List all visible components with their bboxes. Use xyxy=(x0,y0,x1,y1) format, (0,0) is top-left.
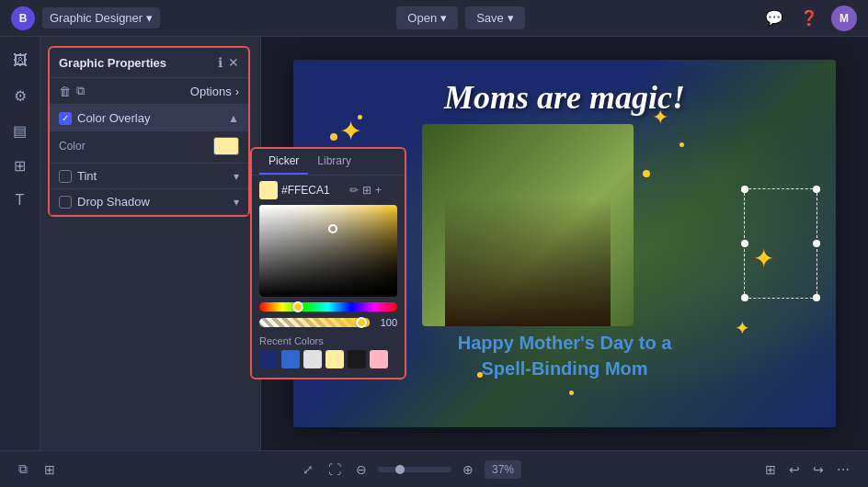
tab-library[interactable]: Library xyxy=(308,149,360,175)
fit-icon[interactable]: ⛶ xyxy=(325,459,345,481)
color-overlay-label: Color Overlay xyxy=(77,111,150,125)
zoom-value: 37% xyxy=(485,460,521,479)
tint-chevron: ▾ xyxy=(234,170,239,183)
save-button[interactable]: Save ▾ xyxy=(465,6,525,29)
opacity-handle[interactable] xyxy=(356,317,367,328)
sidebar-icons: 🖼 ⚙ ▤ ⊞ T xyxy=(0,37,40,450)
opacity-value: 100 xyxy=(375,317,397,328)
handle-ml[interactable] xyxy=(741,240,748,247)
tab-picker[interactable]: Picker xyxy=(259,149,308,175)
graphic-properties-panel: Graphic Properties ℹ ✕ 🗑 ⧉ Options › xyxy=(48,46,250,217)
color-row: Color xyxy=(50,131,248,163)
opacity-overlay xyxy=(259,318,370,327)
topbar: B Graphic Designer ▾ Open ▾ Save ▾ 💬 ❓ M xyxy=(0,0,868,37)
drop-shadow-checkbox[interactable] xyxy=(59,196,72,209)
recent-swatch-6[interactable] xyxy=(370,350,388,368)
hex-swatch[interactable] xyxy=(259,181,278,199)
topbar-center: Open ▾ Save ▾ xyxy=(396,6,524,29)
avatar[interactable]: M xyxy=(831,6,857,31)
selection-box xyxy=(744,188,817,299)
eyedropper-icon[interactable]: ✏ xyxy=(349,184,359,197)
color-overlay-checkbox[interactable]: ✓ xyxy=(59,112,72,125)
color-overlay-section: ✓ Color Overlay ▲ Color xyxy=(50,105,248,164)
tint-row: Tint ▾ xyxy=(50,164,248,188)
drop-shadow-row: Drop Shadow ▾ xyxy=(50,189,248,214)
zoom-out-icon[interactable]: ⊖ xyxy=(352,459,371,481)
open-button[interactable]: Open ▾ xyxy=(396,6,458,29)
gold-dot-5 xyxy=(643,170,650,177)
gp-options-row: 🗑 ⧉ Options › xyxy=(50,78,248,105)
tint-checkbox[interactable] xyxy=(59,170,72,183)
handle-tr[interactable] xyxy=(813,186,820,193)
color-overlay-header[interactable]: ✓ Color Overlay ▲ xyxy=(50,105,248,131)
hue-slider-wrap xyxy=(252,297,405,313)
opacity-slider[interactable] xyxy=(259,318,370,327)
gradient-canvas[interactable] xyxy=(259,205,397,297)
recent-swatch-4[interactable] xyxy=(326,350,344,368)
bottom-right: ⊞ ↩ ↪ ⋯ xyxy=(761,459,853,481)
comment-icon[interactable]: 💬 xyxy=(761,6,787,31)
picker-tabs: Picker Library xyxy=(252,149,405,176)
sidebar-layout-icon[interactable]: ▤ xyxy=(6,116,35,145)
topbar-right: 💬 ❓ M xyxy=(761,6,857,31)
gp-title: Graphic Properties xyxy=(59,56,166,70)
gradient-handle[interactable] xyxy=(328,224,337,233)
recent-colors-label: Recent Colors xyxy=(252,332,405,350)
redo-icon[interactable]: ↪ xyxy=(809,459,828,481)
zoom-in-icon[interactable]: ⊕ xyxy=(459,459,477,481)
grid-toggle-icon[interactable]: ⊞ xyxy=(761,459,780,481)
help-icon[interactable]: ❓ xyxy=(796,6,822,31)
recent-swatch-3[interactable] xyxy=(303,350,322,368)
layers-icon[interactable]: ⧉ xyxy=(15,458,31,481)
options-button[interactable]: Options › xyxy=(190,85,239,98)
delete-icon[interactable]: 🗑 xyxy=(59,84,71,98)
zoom-slider[interactable] xyxy=(378,467,451,472)
app-name-button[interactable]: Graphic Designer ▾ xyxy=(42,7,160,28)
photo-person xyxy=(445,142,611,326)
hex-input[interactable] xyxy=(281,184,346,197)
expand-icon[interactable]: ⤢ xyxy=(299,459,317,481)
panel-area: Graphic Properties ℹ ✕ 🗑 ⧉ Options › xyxy=(40,37,261,450)
handle-mr[interactable] xyxy=(813,240,820,247)
hue-slider[interactable] xyxy=(259,302,397,311)
gp-header: Graphic Properties ℹ ✕ xyxy=(50,48,248,78)
close-icon[interactable]: ✕ xyxy=(228,55,239,70)
sidebar-image-icon[interactable]: 🖼 xyxy=(6,46,35,75)
more-icon[interactable]: ⋯ xyxy=(833,459,853,481)
drop-shadow-chevron: ▾ xyxy=(234,196,239,209)
gp-header-icons: ℹ ✕ xyxy=(218,55,239,70)
photo-area xyxy=(422,124,634,326)
bottom-left: ⧉ ⊞ xyxy=(15,458,59,481)
gold-dot-8 xyxy=(569,391,574,395)
sidebar-text-icon[interactable]: T xyxy=(6,186,35,215)
tint-label: Tint xyxy=(77,169,97,183)
sidebar-grid-icon[interactable]: ⊞ xyxy=(6,151,35,180)
color-overlay-chevron: ▲ xyxy=(228,112,239,125)
handle-tl[interactable] xyxy=(741,186,748,193)
gold-dot-1 xyxy=(330,133,337,141)
handle-br[interactable] xyxy=(813,294,820,301)
drop-shadow-row-left: Drop Shadow xyxy=(59,195,150,209)
hue-handle[interactable] xyxy=(292,301,303,312)
add-icon[interactable]: + xyxy=(375,184,382,197)
topbar-left: B Graphic Designer ▾ xyxy=(11,6,160,30)
undo-icon[interactable]: ↩ xyxy=(785,459,804,481)
zoom-handle[interactable] xyxy=(395,465,405,474)
info-icon[interactable]: ℹ xyxy=(218,55,223,70)
grid-icon[interactable]: ⊞ xyxy=(362,184,371,197)
color-swatch[interactable] xyxy=(213,137,239,155)
duplicate-icon[interactable]: ⧉ xyxy=(76,84,85,98)
gp-options-left: 🗑 ⧉ xyxy=(59,84,85,98)
tint-section: Tint ▾ xyxy=(50,164,248,189)
gold-dot-6 xyxy=(680,142,684,147)
recent-swatch-5[interactable] xyxy=(348,350,366,368)
sparkle-1: ✦ xyxy=(339,115,362,147)
drop-shadow-label: Drop Shadow xyxy=(77,195,150,209)
recent-swatch-1[interactable] xyxy=(259,350,278,368)
drop-shadow-section: Drop Shadow ▾ xyxy=(50,189,248,215)
sidebar-filter-icon[interactable]: ⚙ xyxy=(6,81,35,110)
components-icon[interactable]: ⊞ xyxy=(40,458,59,481)
handle-bl[interactable] xyxy=(741,294,748,301)
recent-swatch-2[interactable] xyxy=(281,350,300,368)
color-picker-popup: Picker Library ✏ ⊞ + xyxy=(250,147,406,379)
